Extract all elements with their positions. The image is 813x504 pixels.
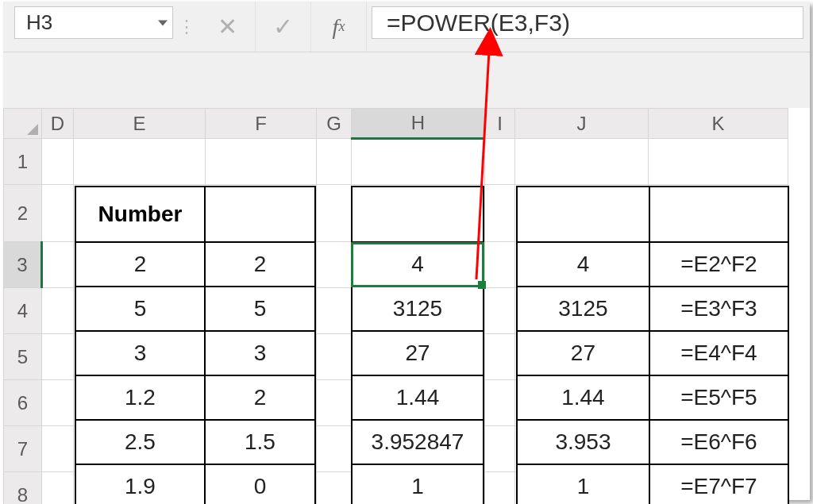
enter-button[interactable]: ✓: [256, 2, 311, 52]
cell[interactable]: [485, 426, 515, 472]
col-header-D[interactable]: D: [42, 109, 74, 139]
table-cell: =E4^F4: [649, 331, 788, 375]
cell[interactable]: [317, 185, 352, 242]
result-table-1: Result 4 3125 27 1.44 3.952847 1: [351, 186, 484, 504]
cell[interactable]: [42, 472, 74, 505]
fx-button[interactable]: fx: [311, 2, 367, 52]
cell[interactable]: [42, 185, 74, 242]
cell[interactable]: [42, 288, 74, 334]
cell[interactable]: [317, 288, 352, 334]
cell[interactable]: [485, 380, 515, 426]
cell[interactable]: [317, 426, 352, 472]
table-cell: 1.44: [352, 375, 484, 420]
table-cell: 1: [517, 464, 649, 504]
cell[interactable]: [42, 139, 74, 185]
table-cell: 4: [352, 242, 484, 287]
table-cell: 3.952847: [352, 420, 484, 464]
col-header-I[interactable]: I: [485, 109, 515, 139]
cell[interactable]: [206, 139, 317, 185]
cell[interactable]: [317, 334, 352, 380]
table-cell: 2: [205, 242, 315, 287]
cell[interactable]: [485, 242, 515, 288]
table-cell: 2: [205, 375, 315, 420]
number-power-table: Number Power 22 55 33 1.22 2.51.5 1.90: [75, 186, 316, 504]
table-cell: 0: [205, 464, 315, 504]
header-result-1: Result: [352, 187, 484, 242]
cell[interactable]: [317, 380, 352, 426]
cell[interactable]: [42, 334, 74, 380]
col-header-K[interactable]: K: [649, 109, 788, 139]
row-header-2[interactable]: 2: [4, 185, 42, 242]
cell[interactable]: [649, 139, 788, 185]
cell[interactable]: [485, 185, 515, 242]
row-header-3[interactable]: 3: [4, 242, 42, 288]
row-header-5[interactable]: 5: [4, 334, 42, 380]
ribbon-gap: [3, 52, 810, 108]
table-cell: 3: [75, 331, 205, 375]
result-formula-table: Result Formula 4=E2^F2 3125=E3^F3 27=E4^…: [516, 186, 789, 504]
table-cell: 4: [517, 242, 649, 287]
cell[interactable]: [317, 139, 352, 185]
header-formula: Formula: [649, 187, 788, 242]
row-header-1[interactable]: 1: [4, 139, 42, 185]
header-number: Number: [75, 187, 205, 242]
table-cell: 1.2: [75, 375, 205, 420]
table-cell: 5: [205, 287, 315, 331]
table-cell: =E3^F3: [649, 287, 788, 331]
formula-text: =POWER(E3,F3): [387, 10, 570, 37]
cell[interactable]: [42, 380, 74, 426]
select-all-corner[interactable]: [4, 109, 42, 139]
formula-bar: H3 ⋮ ✕ ✓ fx =POWER(E3,F3): [3, 2, 810, 52]
table-cell: 27: [352, 331, 484, 375]
col-header-G[interactable]: G: [317, 109, 352, 139]
cancel-button[interactable]: ✕: [200, 2, 256, 52]
separator: ⋮: [173, 2, 200, 52]
table-cell: 1.5: [205, 420, 315, 464]
col-header-H[interactable]: H: [352, 109, 485, 139]
col-header-F[interactable]: F: [206, 109, 317, 139]
col-header-J[interactable]: J: [515, 109, 649, 139]
cell[interactable]: [42, 426, 74, 472]
col-header-E[interactable]: E: [74, 109, 206, 139]
formula-input[interactable]: =POWER(E3,F3): [372, 6, 803, 39]
table-cell: 2.5: [75, 420, 205, 464]
cell[interactable]: [317, 242, 352, 288]
table-cell: =E5^F5: [649, 375, 788, 420]
cell[interactable]: [42, 242, 74, 288]
table-cell: 1.9: [75, 464, 205, 504]
row-header-7[interactable]: 7: [4, 426, 42, 472]
cell[interactable]: [352, 139, 485, 185]
cell[interactable]: [485, 334, 515, 380]
table-cell: =E7^F7: [649, 464, 788, 504]
row-header-6[interactable]: 6: [4, 380, 42, 426]
table-cell: =E6^F6: [649, 420, 788, 464]
table-cell: 3.953: [517, 420, 649, 464]
table-cell: 1: [352, 464, 484, 504]
table-cell: 1.44: [517, 375, 649, 420]
table-cell: =E2^F2: [649, 242, 788, 287]
table-cell: 3125: [352, 287, 484, 331]
table-cell: 2: [75, 242, 205, 287]
cell[interactable]: [74, 139, 206, 185]
table-cell: 3: [205, 331, 315, 375]
cell-reference: H3: [15, 10, 64, 35]
header-result-2: Result: [517, 187, 649, 242]
name-box[interactable]: H3: [14, 6, 173, 39]
dropdown-icon[interactable]: [158, 20, 168, 25]
header-power: Power: [205, 187, 315, 242]
row-header-8[interactable]: 8: [4, 472, 42, 505]
cell[interactable]: [485, 288, 515, 334]
table-cell: 5: [75, 287, 205, 331]
table-cell: 27: [517, 331, 649, 375]
cell[interactable]: [515, 139, 649, 185]
spreadsheet-grid[interactable]: D E F G H I J K 1 2 3 4 5 6 7 8 Number P…: [3, 108, 810, 504]
cell[interactable]: [485, 472, 515, 505]
row-header-4[interactable]: 4: [4, 288, 42, 334]
table-cell: 3125: [517, 287, 649, 331]
cell[interactable]: [317, 472, 352, 505]
cell[interactable]: [485, 139, 515, 185]
